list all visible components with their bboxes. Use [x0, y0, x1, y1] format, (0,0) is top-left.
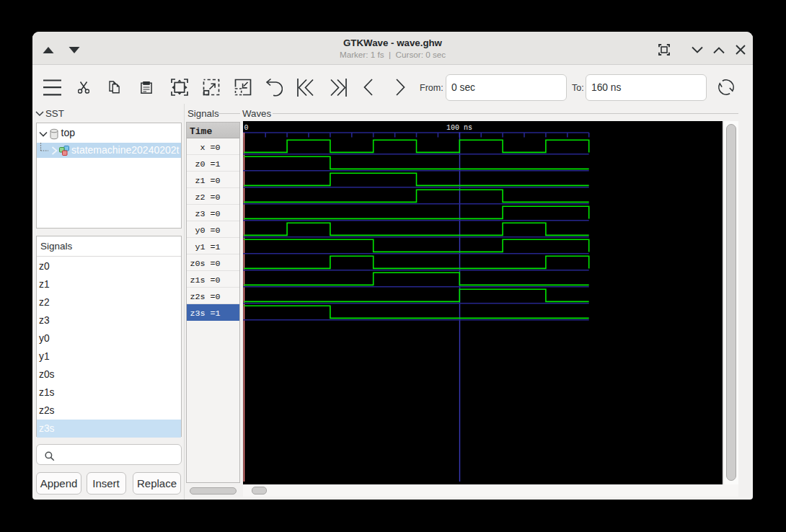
svg-text:0: 0 [244, 124, 249, 132]
svg-text:100 ns: 100 ns [446, 124, 472, 132]
